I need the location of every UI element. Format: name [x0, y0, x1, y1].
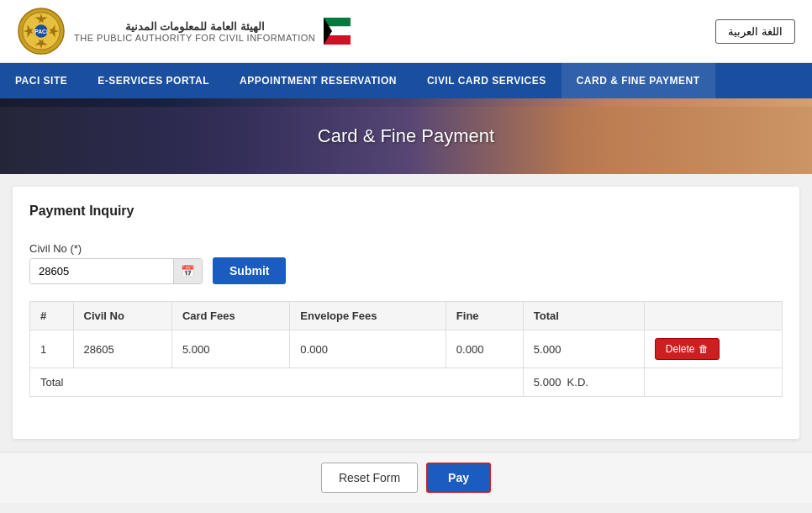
- calendar-icon-button[interactable]: 📅: [173, 259, 202, 283]
- table-row: 1 28605 5.000 0.000 0.000 5.000 Delete 🗑: [30, 331, 783, 368]
- reset-form-button[interactable]: Reset Form: [321, 463, 418, 493]
- civil-no-input[interactable]: [30, 259, 173, 283]
- table-body: 1 28605 5.000 0.000 0.000 5.000 Delete 🗑…: [30, 331, 783, 397]
- delete-label: Delete: [666, 343, 695, 355]
- cell-action: Delete 🗑: [644, 331, 782, 368]
- hero-banner: Card & Fine Payment: [0, 98, 812, 174]
- language-button[interactable]: اللغة العربية: [715, 19, 795, 44]
- col-header-action: [644, 302, 782, 331]
- calendar-icon: 📅: [181, 265, 195, 278]
- nav-item-paci-site[interactable]: PACI SITE: [0, 63, 82, 98]
- col-header-civil-no: Civil No: [73, 302, 171, 331]
- table-header-row: # Civil No Card Fees Envelope Fees Fine …: [30, 302, 783, 331]
- navbar: PACI SITE E-SERVICES PORTAL APPOINTMENT …: [0, 63, 812, 98]
- total-action-empty: [644, 368, 782, 397]
- hero-title: Card & Fine Payment: [318, 125, 494, 147]
- nav-item-civil-card-services[interactable]: CIVIL CARD SERVICES: [412, 63, 562, 98]
- cell-fine: 0.000: [446, 331, 523, 368]
- nav-item-card-fine-payment[interactable]: CARD & FINE PAYMENT: [562, 63, 715, 98]
- form-row: Civil No (*) 📅 Submit: [29, 242, 783, 284]
- logo-text: الهيئة العامة للمعلومات المدنية THE PUBL…: [74, 20, 315, 43]
- col-header-fine: Fine: [446, 302, 523, 331]
- cell-num: 1: [30, 331, 74, 368]
- civil-no-field-group: Civil No (*) 📅: [29, 242, 203, 284]
- cell-envelope-fees: 0.000: [290, 331, 446, 368]
- payment-table: # Civil No Card Fees Envelope Fees Fine …: [29, 301, 783, 397]
- footer-bar: Reset Form Pay: [0, 452, 812, 503]
- logo-area: PACI الهيئة العامة للمعلومات المدنية THE…: [17, 7, 351, 56]
- col-header-card-fees: Card Fees: [171, 302, 289, 331]
- total-value: 5.000 K.D.: [523, 368, 644, 397]
- section-title: Payment Inquiry: [29, 204, 783, 225]
- total-label: Total: [30, 368, 524, 397]
- cell-civil-no: 28605: [73, 331, 171, 368]
- svg-text:PACI: PACI: [34, 29, 48, 34]
- header: PACI الهيئة العامة للمعلومات المدنية THE…: [0, 0, 812, 63]
- logo-arabic-text: الهيئة العامة للمعلومات المدنية: [125, 20, 265, 33]
- pay-button[interactable]: Pay: [426, 463, 491, 493]
- kuwait-flag-icon: [324, 18, 351, 45]
- civil-no-input-wrapper: 📅: [29, 258, 203, 284]
- cell-card-fees: 5.000: [171, 331, 289, 368]
- col-header-envelope-fees: Envelope Fees: [290, 302, 446, 331]
- trash-icon: 🗑: [699, 343, 709, 355]
- logo-english-text: THE PUBLIC AUTHORITY FOR CIVIL INFORMATI…: [74, 33, 315, 43]
- main-content: Payment Inquiry Civil No (*) 📅 Submit # …: [13, 187, 799, 439]
- logo-emblem-icon: PACI: [17, 7, 66, 56]
- cell-total: 5.000: [523, 331, 644, 368]
- nav-item-e-services-portal[interactable]: E-SERVICES PORTAL: [82, 63, 224, 98]
- submit-button[interactable]: Submit: [213, 257, 286, 284]
- total-row: Total 5.000 K.D.: [30, 368, 783, 397]
- civil-no-label: Civil No (*): [29, 242, 203, 255]
- col-header-total: Total: [523, 302, 644, 331]
- table-header: # Civil No Card Fees Envelope Fees Fine …: [30, 302, 783, 331]
- col-header-num: #: [30, 302, 74, 331]
- nav-item-appointment-reservation[interactable]: APPOINTMENT RESERVATION: [224, 63, 412, 98]
- delete-button[interactable]: Delete 🗑: [655, 338, 720, 360]
